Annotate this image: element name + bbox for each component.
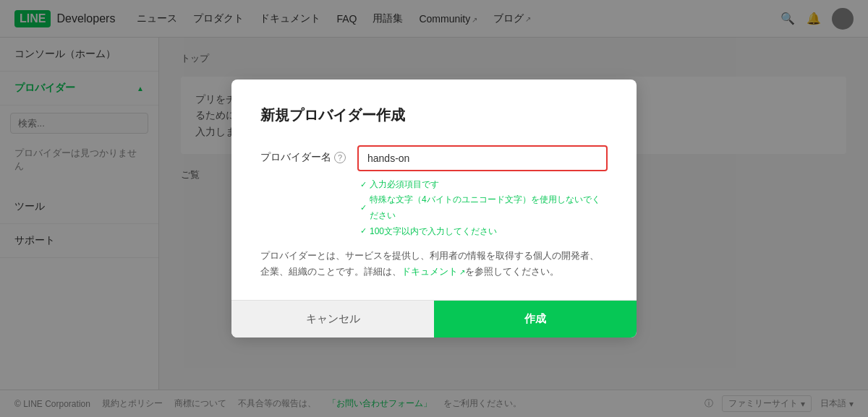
provider-name-label-text: プロバイダー名 (260, 151, 331, 164)
modal-title: 新規プロバイダー作成 (260, 106, 608, 125)
create-button[interactable]: 作成 (434, 301, 637, 338)
modal: 新規プロバイダー作成 プロバイダー名 ? 入力必須項目です 特殊な文字（4バイト… (231, 79, 637, 338)
validation-item-3: 100文字以内で入力してください (360, 224, 608, 240)
form-label-provider: プロバイダー名 ? (260, 145, 346, 164)
form-input-wrapper: 入力必須項目です 特殊な文字（4バイトのユニコード文字）を使用しないでください … (357, 145, 608, 239)
description-suffix: を参照してください。 (465, 266, 559, 277)
cancel-button[interactable]: キャンセル (231, 301, 434, 338)
validation-item-1: 入力必須項目です (360, 177, 608, 193)
modal-overlay: 新規プロバイダー作成 プロバイダー名 ? 入力必須項目です 特殊な文字（4バイト… (0, 0, 868, 417)
form-description: プロバイダーとは、サービスを提供し、利用者の情報を取得する個人の開発者、企業、組… (260, 248, 608, 280)
help-icon[interactable]: ? (334, 152, 346, 163)
modal-buttons: キャンセル 作成 (231, 300, 637, 338)
validation-list: 入力必須項目です 特殊な文字（4バイトのユニコード文字）を使用しないでください … (357, 177, 608, 239)
form-row-provider-name: プロバイダー名 ? 入力必須項目です 特殊な文字（4バイトのユニコード文字）を使… (260, 145, 608, 239)
validation-item-2: 特殊な文字（4バイトのユニコード文字）を使用しないでください (360, 192, 608, 223)
provider-name-input[interactable] (357, 145, 608, 171)
doc-link[interactable]: ドキュメント (401, 266, 465, 277)
